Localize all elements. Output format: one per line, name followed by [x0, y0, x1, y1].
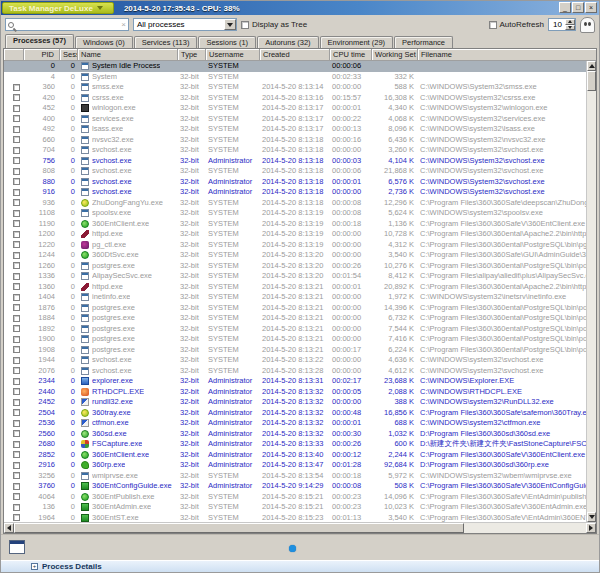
minimize-button[interactable]: _ [559, 2, 571, 13]
table-row[interactable]: 19000postgres.exe32-bitSYSTEM2014-5-20 8… [4, 334, 586, 345]
table-row[interactable]: 6600nvsvc32.exe32-bitSYSTEM2014-5-20 8:1… [4, 135, 586, 146]
table-row[interactable]: 25360ctfmon.exe32-bitAdministrator2014-5… [4, 418, 586, 429]
row-checkbox[interactable] [13, 283, 20, 290]
table-row[interactable]: 19640360EntST.exe32-bitSYSTEM2014-5-20 8… [4, 513, 586, 523]
row-checkbox[interactable] [13, 262, 20, 269]
row-checkbox[interactable] [13, 325, 20, 332]
row-checkbox[interactable] [13, 346, 20, 353]
table-row[interactable]: 00System Idle ProcessSYSTEM00:00:06 [4, 61, 586, 72]
table-row[interactable]: 12440360DtSvc.exe32-bitSYSTEM2014-5-20 8… [4, 250, 586, 261]
column-header-filename[interactable]: Filename [418, 49, 596, 61]
row-checkbox[interactable] [13, 378, 20, 385]
table-row[interactable]: 28520360EntClient.exe32-bitAdministrator… [4, 450, 586, 461]
search-input[interactable] [16, 20, 119, 30]
table-row[interactable]: 23440explorer.exe32-bitAdministrator2014… [4, 376, 586, 387]
column-header-session[interactable]: Session [60, 49, 78, 61]
row-checkbox[interactable] [13, 157, 20, 164]
scroll-left-button[interactable] [4, 523, 14, 533]
stepper-down-button[interactable] [565, 25, 575, 31]
table-row[interactable]: 7040svchost.exe32-bitSYSTEM2014-5-20 8:1… [4, 145, 586, 156]
row-checkbox[interactable] [13, 189, 20, 196]
table-row[interactable]: 8800svchost.exe32-bitAdministrator2014-5… [4, 177, 586, 188]
row-checkbox[interactable] [13, 388, 20, 395]
column-header-type[interactable]: Type [178, 49, 206, 61]
horizontal-scrollbar[interactable] [4, 522, 596, 533]
row-checkbox[interactable] [13, 168, 20, 175]
table-row[interactable]: 12000httpd.exe32-bitSYSTEM2014-5-20 8:13… [4, 229, 586, 240]
vertical-scroll-track[interactable] [587, 91, 596, 512]
table-row[interactable]: 40640360EntPublish.exe32-bitSYSTEM2014-5… [4, 492, 586, 503]
table-row[interactable]: 29160360rp.exe32-bitAdministrator2014-5-… [4, 460, 586, 471]
table-row[interactable]: 1360360EntAdmin.exe32-bitSYSTEM2014-5-20… [4, 502, 586, 513]
table-row[interactable]: 18840postgres.exe32-bitSYSTEM2014-5-20 8… [4, 313, 586, 324]
table-row[interactable]: 26800FSCapture.exe32-bitAdministrator201… [4, 439, 586, 450]
column-header-working-set[interactable]: Working Set [372, 49, 418, 61]
column-header-created[interactable]: Created [260, 49, 330, 61]
row-checkbox[interactable] [13, 94, 20, 101]
row-checkbox[interactable] [13, 462, 20, 469]
tab-processes[interactable]: Processes (57) [5, 34, 74, 48]
row-checkbox[interactable] [13, 304, 20, 311]
table-row[interactable]: 4000services.exe32-bitSYSTEM2014-5-20 8:… [4, 114, 586, 125]
table-row[interactable]: 24520rundll32.exe32-bitAdministrator2014… [4, 397, 586, 408]
table-row[interactable]: 11900360EntClient.exe32-bitSYSTEM2014-5-… [4, 219, 586, 230]
autorefresh-checkbox[interactable] [489, 21, 497, 29]
table-row[interactable]: 3600smss.exe32-bitSYSTEM2014-5-20 8:13:1… [4, 82, 586, 93]
table-row[interactable]: 25600360sd.exe32-bitAdministrator2014-5-… [4, 429, 586, 440]
table-row[interactable]: 11080spoolsv.exe32-bitSYSTEM2014-5-20 8:… [4, 208, 586, 219]
table-row[interactable]: 4920lsass.exe32-bitSYSTEM2014-5-20 8:13:… [4, 124, 586, 135]
row-checkbox[interactable] [13, 399, 20, 406]
row-checkbox[interactable] [13, 514, 20, 521]
column-header-name[interactable]: Name [78, 49, 178, 61]
vertical-scroll-thumb[interactable] [587, 71, 596, 91]
row-checkbox[interactable] [13, 409, 20, 416]
tab-windows[interactable]: Windows (0) [75, 36, 133, 48]
app-menu-button[interactable]: Task Manager DeLuxe [2, 2, 114, 14]
table-row[interactable]: 9360ZhuDongFangYu.exe32-bitSYSTEM2014-5-… [4, 198, 586, 209]
column-header-cpu-time[interactable]: CPU time [330, 49, 372, 61]
row-checkbox[interactable] [13, 367, 20, 374]
table-row[interactable]: 12200pg_ctl.exe32-bitSYSTEM2014-5-20 8:1… [4, 240, 586, 251]
tab-autoruns[interactable]: Autoruns (32) [257, 36, 318, 48]
expand-icon[interactable]: + [31, 563, 38, 570]
row-checkbox[interactable] [13, 451, 20, 458]
row-checkbox[interactable] [13, 504, 20, 511]
row-checkbox[interactable] [13, 420, 20, 427]
horizontal-scroll-track[interactable] [464, 523, 586, 533]
row-checkbox[interactable] [13, 220, 20, 227]
vertical-scrollbar[interactable] [586, 61, 596, 522]
tab-services[interactable]: Services (113) [134, 36, 198, 48]
row-checkbox[interactable] [13, 483, 20, 490]
scroll-down-button[interactable] [587, 512, 596, 522]
table-row[interactable]: 4520winlogon.exe32-bitSYSTEM2014-5-20 8:… [4, 103, 586, 114]
table-row[interactable]: 18760postgres.exe32-bitSYSTEM2014-5-20 8… [4, 303, 586, 314]
refresh-interval-stepper[interactable]: 10 [548, 18, 576, 31]
table-row[interactable]: 14040inetinfo.exe32-bitSYSTEM2014-5-20 8… [4, 292, 586, 303]
table-row[interactable]: 8080svchost.exe32-bitSYSTEM2014-5-20 8:1… [4, 166, 586, 177]
table-row[interactable]: 12600postgres.exe32-bitSYSTEM2014-5-20 8… [4, 261, 586, 272]
row-checkbox[interactable] [13, 336, 20, 343]
process-filter-select[interactable]: All processes [133, 18, 237, 31]
table-row[interactable]: 20760svchost.exe32-bitSYSTEM2014-5-20 8:… [4, 366, 586, 377]
row-checkbox[interactable] [13, 210, 20, 217]
row-checkbox[interactable] [13, 147, 20, 154]
row-checkbox[interactable] [13, 178, 20, 185]
row-checkbox[interactable] [13, 273, 20, 280]
table-row[interactable]: 18920postgres.exe32-bitSYSTEM2014-5-20 8… [4, 324, 586, 335]
tab-sessions[interactable]: Sessions (1) [198, 36, 256, 48]
scroll-up-button[interactable] [587, 61, 596, 71]
maximize-button[interactable]: □ [572, 2, 584, 13]
row-checkbox[interactable] [13, 430, 20, 437]
column-header-pid[interactable]: PID [24, 49, 60, 61]
table-row[interactable]: 24400RTHDCPL.EXE32-bitAdministrator2014-… [4, 387, 586, 398]
table-row[interactable]: 40System32-bitSYSTEM00:02:33332 K [4, 72, 586, 83]
tab-environment[interactable]: Environment (29) [320, 36, 394, 48]
table-row[interactable]: 37600360EntConfigGuide.exe32-bitAdminist… [4, 481, 586, 492]
table-row[interactable]: 19440svchost.exe32-bitSYSTEM2014-5-20 8:… [4, 355, 586, 366]
row-checkbox[interactable] [13, 231, 20, 238]
row-checkbox[interactable] [13, 357, 20, 364]
table-row[interactable]: 13600httpd.exe32-bitSYSTEM2014-5-20 8:13… [4, 282, 586, 293]
table-row[interactable]: 19080postgres.exe32-bitSYSTEM2014-5-20 8… [4, 345, 586, 356]
horizontal-scroll-thumb[interactable] [14, 523, 464, 533]
row-checkbox[interactable] [13, 126, 20, 133]
